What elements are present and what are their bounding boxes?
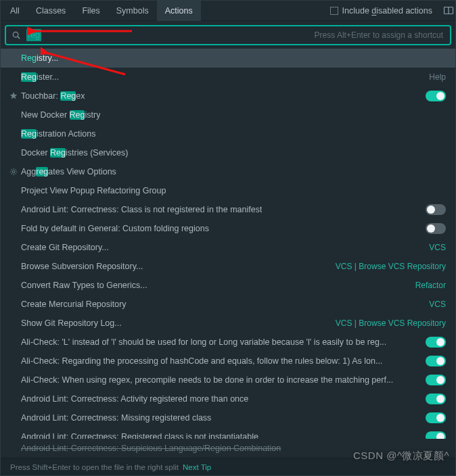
tab-files[interactable]: Files xyxy=(74,1,108,21)
result-row[interactable]: Show Git Repository Log...VCS | Browse V… xyxy=(1,314,455,333)
svg-point-4 xyxy=(12,170,15,173)
result-label: Convert Raw Types to Generics... xyxy=(21,281,147,290)
toggle-switch[interactable] xyxy=(426,337,446,348)
result-label: Ali-Check: Regarding the processing of h… xyxy=(21,356,382,366)
result-row[interactable]: Fold by default in General: Custom foldi… xyxy=(1,219,455,238)
result-row[interactable]: Create Mercurial RepositoryVCS xyxy=(1,295,455,314)
result-row[interactable]: Browse Subversion Repository...VCS | Bro… xyxy=(1,257,455,276)
result-row[interactable]: Android Lint: Correctness: Activity regi… xyxy=(1,389,455,408)
result-row[interactable]: Registration Actions xyxy=(1,124,455,143)
result-label: Docker Registries (Services) xyxy=(21,148,128,158)
toggle-switch[interactable] xyxy=(426,431,446,439)
watermark: CSDN @^微凉夏颜^ xyxy=(353,450,449,462)
footer-hint: Press Shift+Enter to open the file in th… xyxy=(10,463,179,471)
result-label: Register... xyxy=(21,72,59,82)
result-context: VCS xyxy=(429,300,446,309)
project-selector-icon[interactable] xyxy=(443,5,454,16)
result-label: Registry... xyxy=(21,53,58,63)
result-row[interactable]: Convert Raw Types to Generics...Refactor xyxy=(1,276,455,295)
result-label: Create Git Repository... xyxy=(21,243,109,252)
result-row[interactable]: Ali-Check: Regarding the processing of h… xyxy=(1,352,455,371)
result-label: Create Mercurial Repository xyxy=(21,300,127,309)
tab-symbols[interactable]: Symbols xyxy=(108,1,157,21)
search-field[interactable]: Press Alt+Enter to assign a shortcut xyxy=(5,25,451,45)
result-context: VCS | Browse VCS Repository xyxy=(336,318,446,328)
result-label: Registration Actions xyxy=(21,129,95,139)
result-label: Aggregates View Options xyxy=(21,167,116,176)
result-row[interactable]: Ali-Check: 'L' instead of 'l' should be … xyxy=(1,333,455,352)
result-context: Help xyxy=(429,72,446,82)
result-row[interactable]: Create Git Repository...VCS xyxy=(1,238,455,257)
toggle-switch[interactable] xyxy=(426,375,446,385)
result-row[interactable]: Android Lint: Correctness: Missing regis… xyxy=(1,408,455,427)
result-label: Ali-Check: 'L' instead of 'l' should be … xyxy=(21,337,386,347)
checkbox-icon xyxy=(330,7,338,15)
tab-bar: All Classes Files Symbols Actions Includ… xyxy=(1,1,455,21)
toggle-switch[interactable] xyxy=(426,91,446,101)
result-label: Android Lint: Correctness: Registered cl… xyxy=(21,432,258,439)
tab-classes[interactable]: Classes xyxy=(28,1,74,21)
result-label: Fold by default in General: Custom foldi… xyxy=(21,224,209,233)
toggle-switch[interactable] xyxy=(426,412,446,423)
gear-icon xyxy=(9,167,18,176)
result-row[interactable]: New Docker Registry xyxy=(1,105,455,124)
result-label: Android Lint: Correctness: Missing regis… xyxy=(21,413,211,423)
result-row[interactable]: Project View Popup Refactoring Group xyxy=(1,181,455,200)
result-label: Browse Subversion Repository... xyxy=(21,262,143,271)
result-label: Project View Popup Refactoring Group xyxy=(21,186,166,195)
toggle-switch[interactable] xyxy=(426,223,446,234)
tab-all[interactable]: All xyxy=(2,1,28,21)
svg-line-3 xyxy=(18,37,20,39)
include-disabled-checkbox[interactable]: Include disabled actions xyxy=(325,1,438,21)
search-icon xyxy=(12,30,21,40)
result-row[interactable]: Ali-Check: When using regex, precompile … xyxy=(1,371,455,389)
result-label: New Docker Registry xyxy=(21,110,100,120)
search-hint: Press Alt+Enter to assign a shortcut xyxy=(315,30,444,40)
toggle-switch[interactable] xyxy=(426,204,446,215)
result-label: Touchbar: Regex xyxy=(21,91,85,101)
result-context: VCS | Browse VCS Repository xyxy=(336,262,446,271)
star-icon xyxy=(9,91,18,101)
result-label: Ali-Check: When using regex, precompile … xyxy=(21,375,393,385)
result-row[interactable]: Touchbar: Regex xyxy=(1,87,455,105)
next-tip-link[interactable]: Next Tip xyxy=(183,463,211,471)
result-row[interactable]: Docker Registries (Services) xyxy=(1,143,455,162)
include-disabled-label: Include disabled actions xyxy=(342,6,432,16)
result-row[interactable]: Register...Help xyxy=(1,68,455,87)
result-row[interactable]: Android Lint: Correctness: Registered cl… xyxy=(1,427,455,439)
result-row[interactable]: Aggregates View Options xyxy=(1,162,455,181)
tab-actions[interactable]: Actions xyxy=(157,1,201,21)
toggle-switch[interactable] xyxy=(426,356,446,366)
result-label: Android Lint: Correctness: Class is not … xyxy=(21,205,262,214)
result-label: Android Lint: Correctness: Suspicious La… xyxy=(21,444,281,453)
result-context: Refactor xyxy=(415,281,446,290)
toggle-switch[interactable] xyxy=(426,394,446,404)
result-label: Show Git Repository Log... xyxy=(21,318,122,328)
result-row[interactable]: Android Lint: Correctness: Class is not … xyxy=(1,200,455,219)
result-label: Android Lint: Correctness: Activity regi… xyxy=(21,394,248,404)
result-context: VCS xyxy=(429,243,446,252)
svg-point-2 xyxy=(13,32,18,37)
results-list: Registry...Register...HelpTouchbar: Rege… xyxy=(1,49,455,439)
result-row[interactable]: Registry... xyxy=(1,49,455,68)
